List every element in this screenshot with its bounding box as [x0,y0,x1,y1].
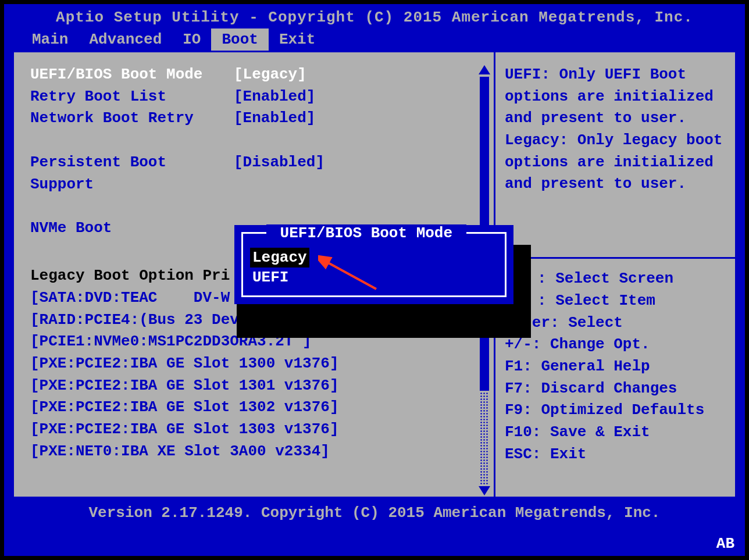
boot-priority-item[interactable]: [PXE:PCIE2:IBA GE Slot 1300 v1376] [30,353,488,375]
tab-io[interactable]: IO [172,28,211,51]
setting-value: [Disabled] [234,152,324,174]
popup-title: UEFI/BIOS Boot Mode [266,224,466,242]
hint-line: +/-: Change Opt. [505,334,726,356]
help-panel: UEFI: Only UEFI Boot options are initial… [495,52,735,497]
tab-boot[interactable]: Boot [211,28,268,51]
hint-line: ESC: Exit [505,444,726,466]
hint-line: F10: Save & Exit [505,422,726,444]
scroll-track-dots [480,392,489,485]
boot-mode-popup: UEFI/BIOS Boot Mode LegacyUEFI [234,225,513,304]
setting-label: Retry Boot List [30,86,234,108]
scroll-up-icon[interactable] [479,65,490,74]
hint-text: : Select Screen [537,268,673,290]
boot-priority-item[interactable]: [PXE:NET0:IBA XE Slot 3A00 v2334] [30,441,488,463]
popup-frame: UEFI/BIOS Boot Mode LegacyUEFI [241,232,507,297]
hint-line: F1: General Help [505,356,726,378]
setting-label: UEFI/BIOS Boot Mode [30,64,234,86]
app-title: Aptio Setup Utility - Copyright (C) 2015… [4,4,745,28]
popup-option-legacy[interactable]: Legacy [250,248,309,267]
setting-label: Persistent Boot [30,152,234,174]
tab-advanced[interactable]: Advanced [79,28,172,51]
scroll-down-icon[interactable] [479,486,490,495]
popup-option-uefi[interactable]: UEFI [250,267,498,287]
tab-exit[interactable]: Exit [269,28,326,51]
boot-priority-item[interactable]: [PXE:PCIE2:IBA GE Slot 1302 v1376] [30,397,488,419]
hint-line: Enter: Select [505,312,726,334]
tab-bar: MainAdvancedIOBootExit [4,28,745,51]
panel-divider [495,257,735,259]
hint-line: F9: Optimized Defaults [505,400,726,422]
bios-screen: Aptio Setup Utility - Copyright (C) 2015… [3,3,746,557]
setting-value: [Enabled] [234,86,315,108]
setting-row-cont[interactable]: Support [30,174,488,196]
hint-line: F7: Discard Changes [505,378,726,400]
hint-text: : Select Item [537,290,655,312]
footer-text: Version 2.17.1249. Copyright (C) 2015 Am… [4,498,745,524]
setting-row[interactable]: Network Boot Retry[Enabled] [30,108,488,130]
tab-main[interactable]: Main [22,28,79,51]
corner-label: AB [716,535,734,552]
boot-priority-item[interactable]: [PXE:PCIE2:IBA GE Slot 1303 v1376] [30,419,488,441]
setting-label: Network Boot Retry [30,108,234,130]
setting-value: [Legacy] [234,64,306,86]
hint-line: : Select Screen [505,268,726,290]
boot-priority-item[interactable]: [PXE:PCIE2:IBA GE Slot 1301 v1376] [30,375,488,397]
help-text: UEFI: Only UEFI Boot options are initial… [505,64,726,195]
setting-label: NVMe Boot [30,217,234,240]
setting-row[interactable]: Persistent Boot[Disabled] [30,152,488,174]
setting-row[interactable]: UEFI/BIOS Boot Mode[Legacy] [30,64,488,86]
setting-label: Support [30,174,234,196]
setting-row[interactable]: Retry Boot List[Enabled] [30,86,488,108]
setting-value: [Enabled] [234,108,315,130]
hint-line: : Select Item [505,290,726,312]
